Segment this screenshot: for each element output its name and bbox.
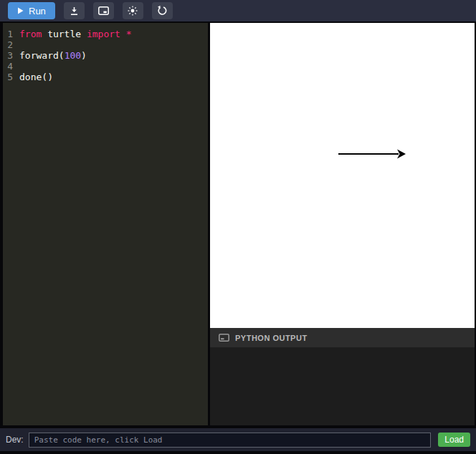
code-text: done() xyxy=(19,72,53,82)
line-number: 2 xyxy=(3,39,19,50)
run-button[interactable]: Run xyxy=(8,2,55,19)
python-output-header: PYTHON OUTPUT xyxy=(210,328,475,347)
code-line: 5done() xyxy=(3,72,208,82)
console-icon xyxy=(219,332,229,344)
python-output-console[interactable] xyxy=(210,347,475,425)
download-icon xyxy=(70,6,79,16)
load-button[interactable]: Load xyxy=(438,433,470,447)
line-number: 3 xyxy=(3,50,19,61)
paste-code-input[interactable] xyxy=(29,433,432,448)
code-editor[interactable]: 1from turtle import *23forward(100)45don… xyxy=(0,23,210,425)
python-output-title: PYTHON OUTPUT xyxy=(235,334,308,342)
toolbar: Run xyxy=(0,0,476,23)
turtle-drawing xyxy=(210,23,475,328)
code-line: 4 xyxy=(3,61,208,72)
reset-button[interactable] xyxy=(152,2,173,19)
turtle-canvas xyxy=(210,23,475,328)
main-split: 1from turtle import *23forward(100)45don… xyxy=(0,23,476,425)
play-icon xyxy=(17,6,24,16)
code-text: forward(100) xyxy=(19,50,87,61)
code-line: 2 xyxy=(3,39,208,50)
screenshot-icon xyxy=(98,6,109,15)
download-button[interactable] xyxy=(64,2,85,19)
run-button-label: Run xyxy=(29,6,46,16)
brightness-icon xyxy=(128,6,138,16)
code-line: 3forward(100) xyxy=(3,50,208,61)
code-line: 1from turtle import * xyxy=(3,29,208,39)
app-window: Run xyxy=(0,0,476,454)
line-number: 1 xyxy=(3,29,19,39)
reset-icon xyxy=(157,6,167,16)
dev-bar: Dev: Load xyxy=(0,428,476,451)
screenshot-button[interactable] xyxy=(93,2,114,19)
brightness-button[interactable] xyxy=(123,2,143,19)
dev-label: Dev: xyxy=(6,435,24,445)
code-text: from turtle import * xyxy=(19,29,132,39)
line-number: 5 xyxy=(3,72,19,82)
right-panel: PYTHON OUTPUT xyxy=(210,23,475,425)
line-number: 4 xyxy=(3,61,19,72)
